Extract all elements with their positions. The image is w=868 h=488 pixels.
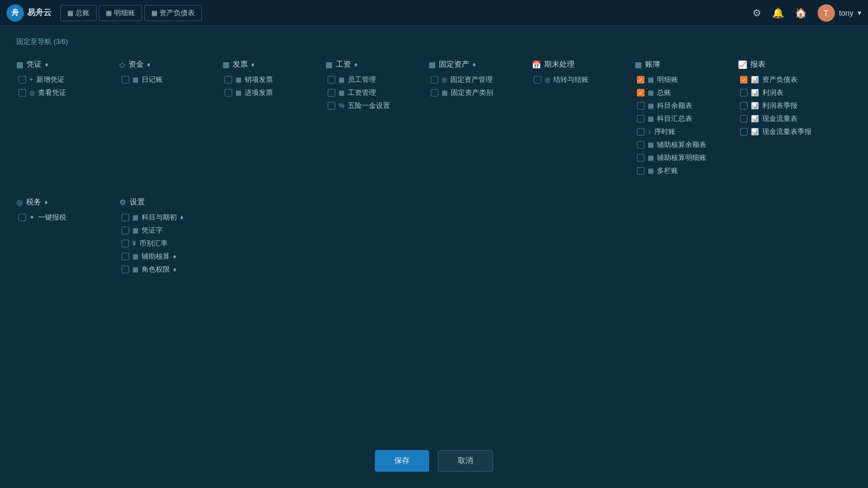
item-salary-mgmt[interactable]: ▦工资管理	[328, 88, 412, 98]
category-title-reports: 报表	[750, 60, 765, 69]
items-period-end: ◎结转与结账	[532, 75, 618, 85]
checkbox-subject-initial[interactable]	[122, 214, 129, 221]
cancel-button[interactable]: 取消	[438, 450, 493, 472]
item-sequence-ledger[interactable]: ↕序时账	[637, 127, 722, 137]
tab-detail-label: 明细账	[114, 8, 135, 18]
checkbox-fixed-asset-mgmt[interactable]	[431, 76, 438, 84]
item-fixed-asset-mgmt[interactable]: ◎固定资产管理	[431, 75, 515, 85]
checkbox-balance-sheet[interactable]	[740, 76, 748, 84]
item-role-perm[interactable]: ▦角色权限♦	[122, 265, 206, 274]
checkbox-profit-quarterly[interactable]	[740, 102, 748, 110]
notification-icon[interactable]: 🔔	[772, 7, 784, 19]
tab-balance[interactable]: ▦ 资产负债表	[144, 5, 202, 21]
item-profit-quarterly[interactable]: 📊利润表季报	[740, 101, 825, 111]
pin-icon-invoice[interactable]: ♦	[251, 61, 254, 68]
home-icon[interactable]: 🏠	[795, 7, 807, 19]
item-add-voucher[interactable]: +新增凭证	[18, 75, 103, 85]
item-label-voucher-word: 凭证字	[142, 226, 163, 235]
item-subject-initial[interactable]: ▦科目与期初♦	[122, 213, 206, 222]
checkbox-employee-mgmt[interactable]	[328, 76, 335, 84]
item-general-ledger[interactable]: ▦总账	[637, 88, 722, 98]
checkbox-general-ledger[interactable]	[637, 89, 644, 97]
item-multi-ledger[interactable]: ▦多栏账	[637, 166, 722, 176]
item-label-aux-calc: 辅助核算	[142, 252, 170, 261]
item-icon-fixed-asset-category: ▦	[442, 89, 448, 97]
item-icon-subject-summary: ▦	[648, 115, 654, 123]
checkbox-close-accounts[interactable]	[534, 76, 541, 84]
checkbox-role-perm[interactable]	[122, 266, 129, 273]
item-currency-rate[interactable]: ¥币别汇率	[122, 239, 206, 248]
items-tax: ✦一键报税	[16, 213, 103, 222]
avatar: T	[818, 4, 835, 22]
pin-icon-fund[interactable]: ♦	[147, 61, 150, 68]
checkbox-social-insurance[interactable]	[328, 102, 335, 110]
item-close-accounts[interactable]: ◎结转与结账	[534, 75, 618, 85]
checkbox-subject-summary[interactable]	[637, 115, 644, 123]
item-profit-loss[interactable]: 📊利润表	[740, 88, 825, 98]
item-label-currency-rate: 币别汇率	[139, 239, 168, 248]
checkbox-aux-detail[interactable]	[637, 154, 644, 162]
tab-general[interactable]: ▦ 总账	[60, 5, 97, 21]
item-icon-one-click-tax: ✦	[29, 214, 35, 221]
settings-icon[interactable]: ⚙	[752, 7, 761, 19]
item-social-insurance[interactable]: %五险一金设置	[328, 101, 412, 111]
checkbox-cashflow-quarterly[interactable]	[740, 128, 748, 136]
checkbox-currency-rate[interactable]	[122, 240, 129, 247]
item-voucher-word[interactable]: ▦凭证字	[122, 226, 206, 235]
checkbox-aux-balance[interactable]	[637, 141, 644, 149]
logo-text: 易舟云	[27, 8, 52, 18]
checkbox-one-click-tax[interactable]	[18, 214, 26, 221]
item-icon-social-insurance: %	[339, 102, 344, 110]
item-icon-sequence-ledger: ↕	[648, 128, 651, 136]
user-area[interactable]: T tony ▾	[818, 4, 861, 22]
tab-balance-label: 资产负债表	[159, 8, 195, 18]
item-subject-balance[interactable]: ▦科目余额表	[637, 101, 722, 111]
checkbox-detail-ledger[interactable]	[637, 76, 644, 84]
item-employee-mgmt[interactable]: ▦员工管理	[328, 75, 412, 85]
item-pin-icon-role-perm[interactable]: ♦	[173, 266, 176, 273]
item-label-close-accounts: 结转与结账	[553, 75, 589, 85]
checkbox-add-voucher[interactable]	[18, 76, 26, 84]
checkbox-fixed-asset-category[interactable]	[431, 89, 438, 97]
item-pin-icon-aux-calc[interactable]: ♦	[173, 253, 176, 260]
item-one-click-tax[interactable]: ✦一键报税	[18, 213, 103, 222]
item-journal[interactable]: ▦日记账	[122, 75, 206, 85]
category-header-settings: ⚙设置	[119, 197, 206, 207]
save-button[interactable]: 保存	[375, 450, 429, 472]
item-aux-detail[interactable]: ▦辅助核算明细账	[637, 153, 722, 163]
item-icon-purchase-invoice: ▦	[235, 89, 241, 97]
checkbox-view-voucher[interactable]	[18, 89, 26, 97]
item-sales-invoice[interactable]: ▦销项发票	[225, 75, 309, 85]
checkbox-profit-loss[interactable]	[740, 89, 748, 97]
item-detail-ledger[interactable]: ▦明细账	[637, 75, 722, 85]
checkbox-voucher-word[interactable]	[122, 227, 129, 234]
checkbox-journal[interactable]	[122, 76, 129, 84]
item-purchase-invoice[interactable]: ▦进项发票	[225, 88, 309, 98]
category-icon-reports: 📈	[738, 60, 747, 69]
checkbox-purchase-invoice[interactable]	[225, 89, 232, 97]
item-view-voucher[interactable]: ◎查看凭证	[18, 88, 103, 98]
tab-detail[interactable]: ▦ 明细账	[99, 5, 142, 21]
item-pin-icon-subject-initial[interactable]: ♦	[180, 214, 183, 221]
checkbox-subject-balance[interactable]	[637, 102, 644, 110]
item-cashflow-quarterly[interactable]: 📊现金流量表季报	[740, 127, 825, 137]
checkbox-salary-mgmt[interactable]	[328, 89, 335, 97]
item-balance-sheet[interactable]: 📊资产负债表	[740, 75, 825, 85]
item-aux-balance[interactable]: ▦辅助核算余额表	[637, 140, 722, 150]
pin-icon-voucher[interactable]: ♦	[45, 61, 48, 68]
item-label-purchase-invoice: 进项发票	[245, 88, 273, 98]
pin-icon-tax[interactable]: ♦	[44, 198, 48, 206]
checkbox-sequence-ledger[interactable]	[637, 128, 644, 136]
pin-icon-payroll[interactable]: ♦	[354, 61, 358, 68]
item-icon-detail-ledger: ▦	[648, 76, 654, 84]
item-fixed-asset-category[interactable]: ▦固定资产类别	[431, 88, 515, 98]
item-aux-calc[interactable]: ▦辅助核算♦	[122, 252, 206, 261]
checkbox-multi-ledger[interactable]	[637, 167, 644, 175]
item-label-subject-initial: 科目与期初	[142, 213, 177, 222]
checkbox-cashflow[interactable]	[740, 115, 748, 123]
item-subject-summary[interactable]: ▦科目汇总表	[637, 114, 722, 124]
checkbox-sales-invoice[interactable]	[225, 76, 232, 84]
checkbox-aux-calc[interactable]	[122, 253, 129, 260]
pin-icon-fixed-assets[interactable]: ♦	[473, 61, 476, 68]
item-cashflow[interactable]: 📊现金流量表	[740, 114, 825, 124]
